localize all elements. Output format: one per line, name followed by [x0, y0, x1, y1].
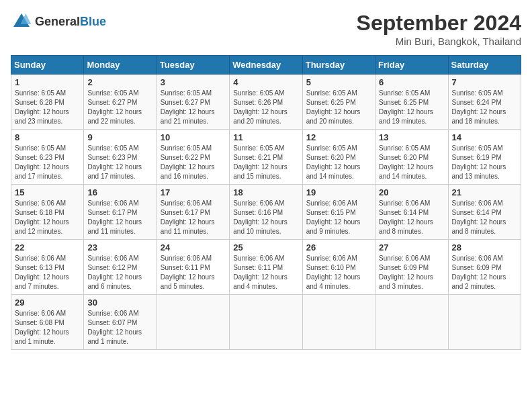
table-row: 4 Sunrise: 6:05 AMSunset: 6:26 PMDayligh…: [230, 75, 302, 130]
title-area: September 2024 Min Buri, Bangkok, Thaila…: [357, 11, 521, 47]
day-number: 27: [379, 242, 444, 253]
logo: GeneralBlue: [11, 11, 106, 32]
col-wednesday: Wednesday: [230, 56, 302, 75]
day-number: 4: [233, 77, 298, 87]
header-row: Sunday Monday Tuesday Wednesday Thursday…: [11, 56, 521, 75]
col-friday: Friday: [375, 56, 448, 75]
day-detail: Sunrise: 6:06 AMSunset: 6:10 PMDaylight:…: [306, 254, 371, 291]
day-detail: Sunrise: 6:05 AMSunset: 6:19 PMDaylight:…: [452, 144, 517, 181]
day-number: 10: [161, 132, 226, 142]
day-number: 20: [379, 187, 444, 197]
table-row: 16 Sunrise: 6:06 AMSunset: 6:17 PMDaylig…: [84, 185, 157, 240]
table-row: 24 Sunrise: 6:06 AMSunset: 6:11 PMDaylig…: [157, 240, 229, 295]
day-number: 29: [15, 298, 80, 308]
logo-icon: [11, 11, 32, 32]
day-number: 21: [452, 187, 517, 197]
day-detail: Sunrise: 6:06 AMSunset: 6:11 PMDaylight:…: [233, 254, 298, 291]
table-row: 22 Sunrise: 6:06 AMSunset: 6:13 PMDaylig…: [11, 240, 84, 295]
table-row: 27 Sunrise: 6:06 AMSunset: 6:09 PMDaylig…: [375, 240, 448, 295]
day-number: 23: [87, 242, 152, 253]
col-saturday: Saturday: [448, 56, 521, 75]
day-number: 19: [306, 187, 371, 197]
day-number: 8: [15, 132, 80, 142]
day-detail: Sunrise: 6:05 AMSunset: 6:27 PMDaylight:…: [87, 89, 152, 126]
day-detail: Sunrise: 6:06 AMSunset: 6:08 PMDaylight:…: [15, 309, 80, 347]
calendar-row: 1 Sunrise: 6:05 AMSunset: 6:28 PMDayligh…: [11, 75, 521, 130]
day-detail: Sunrise: 6:06 AMSunset: 6:12 PMDaylight:…: [87, 254, 152, 291]
calendar-row: 29 Sunrise: 6:06 AMSunset: 6:08 PMDaylig…: [11, 295, 521, 350]
table-row: 5 Sunrise: 6:05 AMSunset: 6:25 PMDayligh…: [302, 75, 375, 130]
table-row: 18 Sunrise: 6:06 AMSunset: 6:16 PMDaylig…: [230, 185, 302, 240]
table-row: 6 Sunrise: 6:05 AMSunset: 6:25 PMDayligh…: [375, 75, 448, 130]
table-row: 19 Sunrise: 6:06 AMSunset: 6:15 PMDaylig…: [302, 185, 375, 240]
col-tuesday: Tuesday: [157, 56, 229, 75]
calendar-row: 8 Sunrise: 6:05 AMSunset: 6:23 PMDayligh…: [11, 130, 521, 185]
day-detail: Sunrise: 6:06 AMSunset: 6:17 PMDaylight:…: [87, 199, 152, 236]
day-detail: Sunrise: 6:06 AMSunset: 6:14 PMDaylight:…: [452, 199, 517, 236]
day-number: 13: [379, 132, 444, 142]
table-row: 17 Sunrise: 6:06 AMSunset: 6:17 PMDaylig…: [157, 185, 229, 240]
table-row: 3 Sunrise: 6:05 AMSunset: 6:27 PMDayligh…: [157, 75, 229, 130]
table-row: 14 Sunrise: 6:05 AMSunset: 6:19 PMDaylig…: [448, 130, 521, 185]
day-number: 15: [15, 187, 80, 197]
calendar-row: 22 Sunrise: 6:06 AMSunset: 6:13 PMDaylig…: [11, 240, 521, 295]
day-detail: Sunrise: 6:06 AMSunset: 6:16 PMDaylight:…: [233, 199, 298, 236]
day-detail: Sunrise: 6:06 AMSunset: 6:17 PMDaylight:…: [161, 199, 226, 236]
day-detail: Sunrise: 6:06 AMSunset: 6:07 PMDaylight:…: [87, 309, 152, 347]
day-number: 2: [87, 77, 152, 87]
table-row: 15 Sunrise: 6:06 AMSunset: 6:18 PMDaylig…: [11, 185, 84, 240]
table-row: 13 Sunrise: 6:05 AMSunset: 6:20 PMDaylig…: [375, 130, 448, 185]
table-row: 25 Sunrise: 6:06 AMSunset: 6:11 PMDaylig…: [230, 240, 302, 295]
table-row: 20 Sunrise: 6:06 AMSunset: 6:14 PMDaylig…: [375, 185, 448, 240]
day-detail: Sunrise: 6:06 AMSunset: 6:09 PMDaylight:…: [379, 254, 444, 291]
day-number: 11: [233, 132, 298, 142]
day-number: 12: [306, 132, 371, 142]
table-row: 9 Sunrise: 6:05 AMSunset: 6:23 PMDayligh…: [84, 130, 157, 185]
day-number: 30: [87, 298, 152, 308]
day-detail: Sunrise: 6:05 AMSunset: 6:25 PMDaylight:…: [306, 89, 371, 126]
table-row: [157, 295, 229, 350]
table-row: 29 Sunrise: 6:06 AMSunset: 6:08 PMDaylig…: [11, 295, 84, 350]
calendar-row: 15 Sunrise: 6:06 AMSunset: 6:18 PMDaylig…: [11, 185, 521, 240]
col-monday: Monday: [84, 56, 157, 75]
table-row: [302, 295, 375, 350]
table-row: 11 Sunrise: 6:05 AMSunset: 6:21 PMDaylig…: [230, 130, 302, 185]
table-row: 21 Sunrise: 6:06 AMSunset: 6:14 PMDaylig…: [448, 185, 521, 240]
day-number: 18: [233, 187, 298, 197]
day-detail: Sunrise: 6:05 AMSunset: 6:24 PMDaylight:…: [452, 89, 517, 126]
logo-general: General: [35, 15, 80, 28]
day-number: 3: [161, 77, 226, 87]
table-row: 12 Sunrise: 6:05 AMSunset: 6:20 PMDaylig…: [302, 130, 375, 185]
day-number: 26: [306, 242, 371, 253]
day-number: 22: [15, 242, 80, 253]
day-number: 16: [87, 187, 152, 197]
table-row: 23 Sunrise: 6:06 AMSunset: 6:12 PMDaylig…: [84, 240, 157, 295]
day-detail: Sunrise: 6:05 AMSunset: 6:25 PMDaylight:…: [379, 89, 444, 126]
table-row: 2 Sunrise: 6:05 AMSunset: 6:27 PMDayligh…: [84, 75, 157, 130]
day-number: 9: [87, 132, 152, 142]
table-row: 26 Sunrise: 6:06 AMSunset: 6:10 PMDaylig…: [302, 240, 375, 295]
day-detail: Sunrise: 6:05 AMSunset: 6:23 PMDaylight:…: [15, 144, 80, 181]
day-detail: Sunrise: 6:05 AMSunset: 6:23 PMDaylight:…: [87, 144, 152, 181]
day-detail: Sunrise: 6:06 AMSunset: 6:18 PMDaylight:…: [15, 199, 80, 236]
day-detail: Sunrise: 6:05 AMSunset: 6:22 PMDaylight:…: [161, 144, 226, 181]
day-detail: Sunrise: 6:06 AMSunset: 6:15 PMDaylight:…: [306, 199, 371, 236]
day-detail: Sunrise: 6:05 AMSunset: 6:21 PMDaylight:…: [233, 144, 298, 181]
table-row: 28 Sunrise: 6:06 AMSunset: 6:09 PMDaylig…: [448, 240, 521, 295]
day-detail: Sunrise: 6:05 AMSunset: 6:20 PMDaylight:…: [379, 144, 444, 181]
col-sunday: Sunday: [11, 56, 84, 75]
day-number: 6: [379, 77, 444, 87]
day-detail: Sunrise: 6:06 AMSunset: 6:09 PMDaylight:…: [452, 254, 517, 291]
table-row: 1 Sunrise: 6:05 AMSunset: 6:28 PMDayligh…: [11, 75, 84, 130]
table-row: [230, 295, 302, 350]
day-number: 1: [15, 77, 80, 87]
location-title: Min Buri, Bangkok, Thailand: [357, 36, 521, 47]
table-row: [375, 295, 448, 350]
day-number: 25: [233, 242, 298, 253]
day-detail: Sunrise: 6:05 AMSunset: 6:28 PMDaylight:…: [15, 89, 80, 126]
day-number: 5: [306, 77, 371, 87]
table-row: 8 Sunrise: 6:05 AMSunset: 6:23 PMDayligh…: [11, 130, 84, 185]
day-number: 24: [161, 242, 226, 253]
day-detail: Sunrise: 6:05 AMSunset: 6:27 PMDaylight:…: [161, 89, 226, 126]
day-detail: Sunrise: 6:05 AMSunset: 6:26 PMDaylight:…: [233, 89, 298, 126]
